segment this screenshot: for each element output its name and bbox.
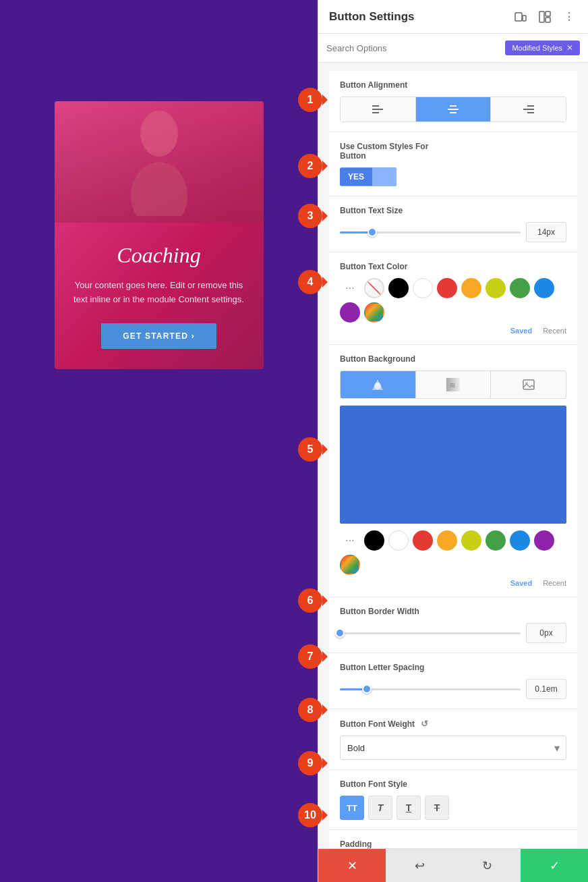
padding-label: Padding [340,839,566,848]
bg-color-yellow-swatch[interactable] [437,530,457,551]
step-badge-3: 3 [298,204,322,228]
text-color-green-swatch[interactable] [510,278,530,298]
bg-color-tabs: ≋ [340,370,566,399]
text-color-transparent-swatch[interactable] [364,278,384,298]
search-input[interactable] [326,43,500,53]
font-style-underline-btn[interactable]: T [396,796,421,820]
bg-recent-label[interactable]: Recent [543,579,566,587]
text-color-lime-swatch[interactable] [486,278,506,298]
alignment-section: Button Alignment [329,71,577,132]
text-color-section: Button Text Color ··· Saved Recent [329,252,577,345]
step-badge-4: 4 [298,270,322,294]
text-color-yellow-swatch[interactable] [461,278,481,298]
text-size-label: Button Text Size [340,206,566,215]
align-left-btn[interactable] [341,97,416,121]
step-badge-8: 8 [298,698,322,722]
confirm-button[interactable]: ✓ [521,849,588,882]
bg-color-white-swatch[interactable] [388,530,409,551]
card-image [55,101,264,223]
border-width-label: Button Border Width [340,607,566,616]
text-color-purple-swatch[interactable] [340,302,360,323]
bg-saved-label[interactable]: Saved [510,579,532,587]
align-center-btn[interactable] [416,97,492,121]
panel-header: Button Settings ⋮ [318,0,588,34]
bg-color-purple-swatch[interactable] [534,530,554,551]
svg-point-1 [131,162,187,216]
modified-styles-label: Modified Styles [512,44,562,52]
svg-point-0 [140,111,178,157]
settings-panel: Button Settings ⋮ Modified Styles ✕ Butt… [318,0,588,882]
bg-color-green-swatch[interactable] [486,530,506,551]
border-width-slider[interactable] [340,626,521,640]
layout-icon[interactable] [537,9,553,25]
custom-styles-toggle[interactable]: YES [340,167,396,186]
responsive-icon[interactable] [512,9,529,25]
bg-color-blue-swatch[interactable] [510,530,530,551]
canvas-area: Coaching Your content goes here. Edit or… [0,0,318,882]
redo-button[interactable]: ↻ [453,849,521,882]
letter-spacing-value[interactable]: 0.1em [526,679,566,699]
modified-styles-close-icon[interactable]: ✕ [566,43,573,53]
bg-color-swatch-row: ··· [340,530,566,575]
action-bar: ✕ ↩ ↻ ✓ [318,848,588,882]
svg-text:≋: ≋ [449,381,456,390]
svg-rect-5 [546,11,550,16]
coaching-title: Coaching [68,243,250,268]
reset-button[interactable]: ↩ [386,849,453,882]
bg-tab-gradient[interactable]: ≋ [416,371,492,398]
card-content: Coaching Your content goes here. Edit or… [55,223,264,369]
step-badge-5: 5 [298,437,322,462]
font-style-tt-btn[interactable]: TT [340,796,364,820]
modified-styles-badge[interactable]: Modified Styles ✕ [505,40,580,55]
text-color-recent-label[interactable]: Recent [543,327,566,335]
font-weight-select-wrapper: Bold Normal Bolder Lighter ▾ [340,736,566,760]
coaching-cta-button[interactable]: GET STARTED › [101,323,216,349]
text-color-black-swatch[interactable] [388,278,409,298]
text-color-saved-recent: Saved Recent [340,327,566,335]
bg-color-red-swatch[interactable] [413,530,433,551]
svg-rect-4 [539,11,544,22]
text-size-slider-row: 14px [340,222,566,242]
font-style-strike-btn[interactable]: T [425,796,449,820]
text-color-more-icon[interactable]: ··· [340,278,360,298]
bg-tab-color[interactable] [341,371,416,398]
text-color-white-swatch[interactable] [413,278,433,298]
bg-color-preview [340,406,566,524]
text-color-blue-swatch[interactable] [534,278,554,298]
bg-color-black-swatch[interactable] [364,530,384,551]
svg-rect-20 [523,380,534,389]
step-badge-2: 2 [298,154,322,178]
custom-styles-label: Use Custom Styles For Button [340,142,566,161]
bg-color-lime-swatch[interactable] [461,530,481,551]
panel-title: Button Settings [329,10,415,24]
font-weight-section: Button Font Weight ↺ Bold Normal Bolder … [329,709,577,770]
font-weight-select[interactable]: Bold Normal Bolder Lighter [340,736,566,760]
bg-tab-image[interactable] [491,371,566,398]
text-color-saved-label[interactable]: Saved [510,327,532,335]
font-style-italic-btn[interactable]: T [368,796,392,820]
padding-section: Padding 0.8em Top 🔗 0.8em Bottom 🔗 0px L… [329,830,577,848]
text-color-red-swatch[interactable] [437,278,457,298]
letter-spacing-section: Button Letter Spacing 0.1em [329,653,577,709]
letter-spacing-slider[interactable] [340,682,521,696]
text-size-section: Button Text Size 14px [329,196,577,252]
step-badge-7: 7 [298,644,322,669]
text-size-slider[interactable] [340,225,521,239]
text-size-value[interactable]: 14px [526,222,566,242]
letter-spacing-slider-row: 0.1em [340,679,566,699]
align-right-btn[interactable] [491,97,566,121]
step-badge-9: 9 [298,751,322,775]
svg-rect-6 [546,18,550,22]
font-style-section: Button Font Style TT T T T [329,770,577,830]
border-width-value[interactable]: 0px [526,623,566,643]
font-weight-reset-icon[interactable]: ↺ [421,719,428,729]
text-color-gradient-swatch[interactable] [364,302,384,323]
bg-color-gradient-swatch[interactable] [340,555,360,575]
more-options-icon[interactable]: ⋮ [561,9,577,25]
border-width-section: Button Border Width 0px [329,597,577,653]
coaching-body-text: Your content goes here. Edit or remove t… [68,279,250,307]
step-badge-6: 6 [298,588,322,613]
cancel-button[interactable]: ✕ [318,849,386,882]
bg-color-more-icon[interactable]: ··· [340,530,360,551]
search-bar: Modified Styles ✕ [318,34,588,63]
